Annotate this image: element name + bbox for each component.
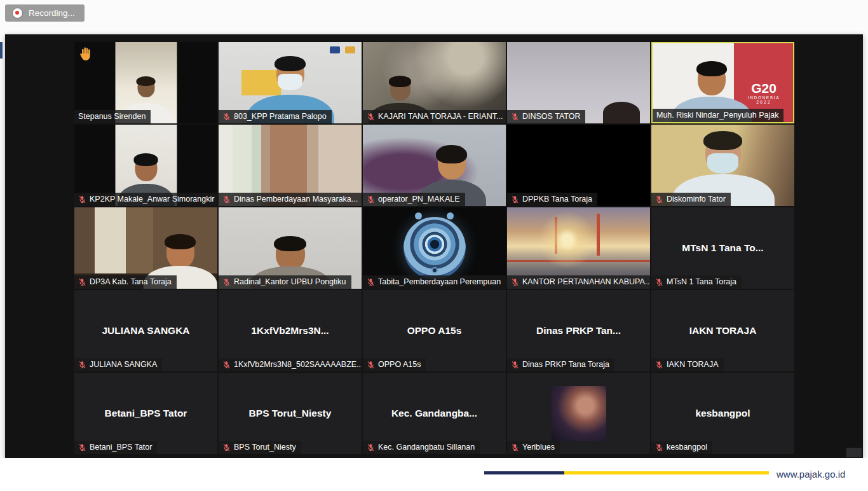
g20-background-graphic: G20 INDONESIA 2022 xyxy=(740,82,788,104)
muted-mic-icon xyxy=(511,361,519,369)
participant-name: KANTOR PERTANAHAN KABUPA... xyxy=(522,277,650,286)
muted-mic-icon xyxy=(655,443,663,452)
webcam-cartoon-icon xyxy=(403,217,466,279)
muted-mic-icon xyxy=(367,443,375,452)
participant-name-label: Kec. Gandangbatu Sillanan xyxy=(363,441,480,454)
participant-tile[interactable]: KP2KP Makale_Anwar Simorangkir xyxy=(74,125,217,206)
g20-year-text: 2022 xyxy=(740,100,788,104)
recording-indicator[interactable]: Recording... xyxy=(5,4,85,22)
participant-name: KAJARI TANA TORAJA - ERIANT... xyxy=(378,112,503,121)
participant-name-label: IAKN TORAJA xyxy=(651,358,724,371)
participant-tile[interactable]: 803_KPP Pratama Palopo xyxy=(219,42,362,123)
participant-display-name: JULIANA SANGKA xyxy=(102,325,189,336)
participant-name-label: DINSOS TATOR xyxy=(507,110,585,123)
muted-mic-icon xyxy=(511,113,519,121)
participant-name: DPPKB Tana Toraja xyxy=(522,195,592,204)
participant-tile[interactable]: DPPKB Tana Toraja xyxy=(507,125,650,206)
participant-tile[interactable]: Betani_BPS Tator Betani_BPS Tator xyxy=(74,373,217,454)
g20-text: G20 xyxy=(740,82,788,95)
muted-mic-icon xyxy=(222,278,231,286)
participant-name-label: DPPKB Tana Toraja xyxy=(507,193,597,206)
participant-name: DINSOS TATOR xyxy=(522,112,580,121)
participant-tile[interactable]: Radinal_Kantor UPBU Pongtiku xyxy=(219,207,362,289)
scrollbar-corner[interactable] xyxy=(846,448,862,457)
participant-name: Dinas Pemberdayaan Masyaraka... xyxy=(234,195,358,204)
avatar xyxy=(552,386,606,441)
participant-name: Betani_BPS Tator xyxy=(90,443,152,452)
participant-display-name: BPS Torut_Niesty xyxy=(249,408,332,419)
participant-name-label: MTsN 1 Tana Toraja xyxy=(651,275,742,289)
participant-tile[interactable]: BPS Torut_Niesty BPS Torut_Niesty xyxy=(219,373,362,454)
recording-label: Recording... xyxy=(29,8,75,18)
participant-tile[interactable]: Yeriblues xyxy=(507,373,650,454)
participant-tile[interactable]: Dinas PRKP Tan... Dinas PRKP Tana Toraja xyxy=(507,290,650,371)
participant-name-label: Betani_BPS Tator xyxy=(74,441,157,454)
footer-url: www.pajak.go.id xyxy=(776,469,845,480)
participant-display-name: MTsN 1 Tana To... xyxy=(682,242,763,254)
participant-name: Yeriblues xyxy=(522,443,555,452)
participant-tile[interactable]: Diskominfo Tator xyxy=(651,125,794,206)
participant-tile[interactable]: Tabita_Pemberdayaan Perempuan xyxy=(363,207,506,289)
participant-tile[interactable]: KANTOR PERTANAHAN KABUPA... xyxy=(507,207,650,289)
participant-name: MTsN 1 Tana Toraja xyxy=(667,277,736,286)
participant-tile[interactable]: DINSOS TATOR xyxy=(507,42,650,123)
top-strip: Recording... xyxy=(0,0,868,34)
participant-name-label: 1KxfVb2Mrs3N8_502SAAAAABZE... xyxy=(219,358,362,371)
participant-name: Dinas PRKP Tana Toraja xyxy=(522,360,609,369)
desktop: Recording... Stepanus Sirenden xyxy=(0,0,868,491)
participant-name: 803_KPP Pratama Palopo xyxy=(234,112,327,121)
muted-mic-icon xyxy=(367,278,375,286)
muted-mic-icon xyxy=(367,113,375,121)
participant-name-label: 803_KPP Pratama Palopo xyxy=(219,110,332,123)
participant-tile[interactable]: MTsN 1 Tana To... MTsN 1 Tana Toraja xyxy=(651,207,794,289)
participant-name: BPS Torut_Niesty xyxy=(234,443,296,452)
participant-tile[interactable]: IAKN TORAJA IAKN TORAJA xyxy=(651,290,794,371)
muted-mic-icon xyxy=(78,443,86,452)
g20-country-text: INDONESIA xyxy=(740,95,788,100)
participant-tile[interactable]: Stepanus Sirenden xyxy=(74,42,217,123)
participant-name-label: Stepanus Sirenden xyxy=(74,110,151,123)
participant-name-label: DP3A Kab. Tana Toraja xyxy=(74,275,177,289)
participant-name-label: Muh. Riski Nindar_Penyuluh Pajak xyxy=(653,109,783,122)
participant-name: JULIANA SANGKA xyxy=(90,360,157,369)
participant-display-name: Kec. Gandangba... xyxy=(391,408,477,419)
participant-name: Muh. Riski Nindar_Penyuluh Pajak xyxy=(656,111,778,120)
participant-tile[interactable]: DP3A Kab. Tana Toraja xyxy=(74,207,217,289)
participant-name: Stepanus Sirenden xyxy=(78,112,146,121)
participant-name: KP2KP Makale_Anwar Simorangkir xyxy=(90,195,214,204)
participant-name-label: Diskominfo Tator xyxy=(651,193,731,206)
participant-name-label: Radinal_Kantor UPBU Pongtiku xyxy=(219,275,351,289)
participant-tile[interactable]: Dinas Pemberdayaan Masyaraka... xyxy=(219,125,362,206)
participant-tile[interactable]: operator_PN_MAKALE xyxy=(363,125,506,206)
participant-display-name: OPPO A15s xyxy=(407,325,462,336)
participant-name-label: Dinas PRKP Tana Toraja xyxy=(507,358,614,371)
participant-tile[interactable]: JULIANA SANGKA JULIANA SANGKA xyxy=(74,290,217,371)
participant-tile[interactable]: OPPO A15s OPPO A15s xyxy=(363,290,506,371)
participant-grid: Stepanus Sirenden 803_KPP Pratama Palopo xyxy=(74,42,794,454)
participant-name: IAKN TORAJA xyxy=(667,360,719,369)
participant-display-name: Dinas PRKP Tan... xyxy=(536,325,621,336)
brand-line-navy xyxy=(484,471,564,474)
participant-name: Radinal_Kantor UPBU Pongtiku xyxy=(234,277,346,286)
participant-display-name: kesbangpol xyxy=(695,408,750,419)
participant-name: Tabita_Pemberdayaan Perempuan xyxy=(378,277,501,286)
participant-name-label: kesbangpol xyxy=(651,441,712,454)
footer: www.pajak.go.id xyxy=(0,458,868,491)
participant-name-label: JULIANA SANGKA xyxy=(74,358,162,371)
background-window-edge xyxy=(0,42,3,59)
participant-tile[interactable]: 1KxfVb2Mrs3N... 1KxfVb2Mrs3N8_502SAAAAAB… xyxy=(219,290,362,371)
muted-mic-icon xyxy=(78,361,86,369)
participant-display-name: 1KxfVb2Mrs3N... xyxy=(251,325,329,336)
muted-mic-icon xyxy=(222,195,231,204)
muted-mic-icon xyxy=(78,195,86,204)
participant-tile-active-speaker[interactable]: G20 INDONESIA 2022 Muh. Riski Nindar_Pen… xyxy=(651,42,794,123)
participant-tile[interactable]: KAJARI TANA TORAJA - ERIANT... xyxy=(363,42,506,123)
participant-tile[interactable]: Kec. Gandangba... Kec. Gandangbatu Silla… xyxy=(363,373,506,454)
participant-name: kesbangpol xyxy=(667,443,707,452)
participant-name-label: KP2KP Makale_Anwar Simorangkir xyxy=(74,193,217,206)
muted-mic-icon xyxy=(655,278,663,286)
participant-name: DP3A Kab. Tana Toraja xyxy=(90,277,172,286)
participant-tile[interactable]: kesbangpol kesbangpol xyxy=(651,373,794,454)
participant-name: Kec. Gandangbatu Sillanan xyxy=(378,443,475,452)
participant-name-label: Yeriblues xyxy=(507,441,560,454)
